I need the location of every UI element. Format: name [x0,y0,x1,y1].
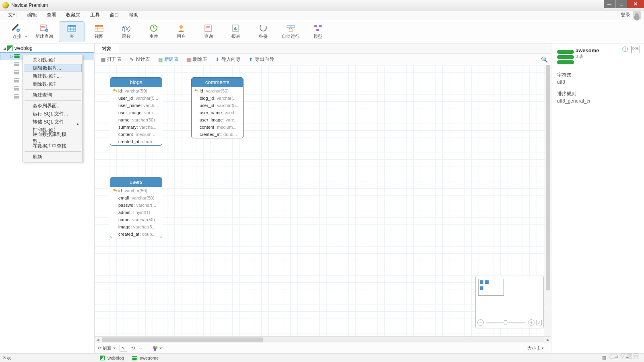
tool-view[interactable]: 视图 [86,21,112,42]
ddl-icon[interactable]: DDL [631,46,640,53]
details-panel: ⓘ DDL awesome 3 表 字符集: utf8 排序规则: utf8_g… [551,43,644,353]
expand-icon[interactable]: ▷ [9,54,13,58]
table-column[interactable]: user_id: varchar(5... [110,95,162,102]
tree-connection[interactable]: ◢ webblog [0,44,94,52]
table-header: blogs [110,78,162,87]
color-tool[interactable] [152,346,162,351]
login-link[interactable]: 登录 [621,12,630,19]
minimize-button[interactable]: — [604,0,615,8]
hand-tool[interactable]: ⟲ [131,346,135,351]
table-users[interactable]: users id: varchar(50)email: varchar(50)p… [110,177,162,238]
tool-user[interactable]: 用户 [168,21,194,42]
action-import[interactable]: ⬇导入向导 [212,55,243,64]
tool-query[interactable]: 查询 [196,21,221,42]
cursor-tool[interactable]: ↖ [120,345,127,352]
ctx-new-query[interactable]: 新建查询 [24,91,82,99]
ctx-find-in-db[interactable]: 在数据库中查找 [24,142,82,150]
collapse-icon[interactable]: ◢ [2,46,6,50]
search-icon[interactable]: 🔍 [541,56,548,63]
action-export[interactable]: ⬆导出向导 [246,55,277,64]
minimap-viewport[interactable] [478,279,504,296]
link-tool[interactable]: ∼ [139,346,142,351]
table-column[interactable]: content: medium... [192,123,243,131]
refresh-button[interactable]: ⟳ 刷新 [98,345,116,351]
vertical-scrollbar[interactable] [545,65,551,336]
table-column[interactable]: admin: tinyint(1) [110,209,162,216]
table-column[interactable]: passwd: varchar(... [110,202,162,209]
table-column[interactable]: id: varchar(50) [110,187,162,194]
diagram-canvas[interactable]: blogs id: varchar(50)user_id: varchar(5.… [95,65,551,336]
svg-rect-43 [198,90,198,92]
ctx-delete-db[interactable]: 删除数据库 [24,80,82,88]
action-new-table[interactable]: ▦新建表 [155,55,181,64]
ctx-run-sql[interactable]: 运行 SQL 文件... [24,110,82,118]
menu-tools[interactable]: 工具 [85,10,105,20]
svg-rect-14 [95,27,103,31]
database-large-icon [557,50,574,64]
tool-autorun[interactable]: 自动运行 [278,21,303,42]
zoom-in-button[interactable]: + [528,319,535,326]
table-column[interactable]: user_name: varch... [192,109,243,116]
minimap[interactable]: − + ⤢ [475,276,544,328]
ctx-refresh[interactable]: 刷新 [24,153,82,161]
menu-window[interactable]: 窗口 [105,10,124,20]
table-column[interactable]: user_name: varch... [110,102,162,109]
tool-func[interactable]: f(x)函数 [114,21,139,42]
maximize-button[interactable]: ▭ [615,0,627,8]
table-comments[interactable]: comments id: varchar(50)blog_id: varchar… [191,77,244,138]
table-column[interactable]: created_at: doub... [192,131,243,138]
action-design-table[interactable]: ✎设计表 [126,55,153,64]
info-icon[interactable]: ⓘ [622,46,628,53]
action-open-table[interactable]: ▦打开表 [98,55,124,64]
svg-text:+: + [17,29,19,32]
ctx-edit-db[interactable]: 编辑数据库... [24,64,82,72]
scroll-right-icon[interactable]: ▶ [545,338,551,342]
table-column[interactable]: name: varchar(50) [110,116,162,123]
menu-help[interactable]: 帮助 [124,10,143,20]
menu-edit[interactable]: 编辑 [23,10,42,20]
ctx-new-db[interactable]: 新建数据库... [24,72,82,80]
tool-connect[interactable]: +连接 [4,21,30,42]
tool-newquery[interactable]: +新建查询 [31,21,57,42]
key-icon [113,188,118,193]
tool-report[interactable]: 报表 [223,21,249,42]
table-column[interactable]: id: varchar(50) [110,87,162,95]
menu-file[interactable]: 文件 [3,10,23,20]
avatar-icon[interactable] [633,11,641,19]
table-column[interactable]: summary: varcha... [110,123,162,131]
table-column[interactable]: content: medium... [110,131,162,138]
zoom-slider[interactable] [486,322,526,323]
horizontal-scrollbar[interactable]: ◀ ▶ [95,336,551,343]
tool-backup[interactable]: 备份 [250,21,276,42]
tool-table[interactable]: 表 [59,21,85,42]
table-column[interactable]: id: varchar(50) [192,87,243,95]
table-column[interactable]: email: varchar(50) [110,194,162,202]
action-delete-table[interactable]: ▦删除表 [184,55,210,64]
table-column[interactable]: image: varchar(5... [110,223,162,230]
table-column[interactable]: user_image: varc... [110,109,162,116]
table-column[interactable]: user_id: varchar(5... [192,102,243,109]
view-grid-icon[interactable]: ▦ [602,355,606,360]
ctx-close-db[interactable]: 关闭数据库 [24,56,82,64]
ctx-dump-sql[interactable]: 转储 SQL 文件 [24,118,82,126]
table-column[interactable]: name: varchar(50) [110,216,162,223]
ctx-cmdline[interactable]: 命令列界面... [24,102,82,110]
ctx-reverse[interactable]: 逆向数据库到模型... [24,134,82,142]
tab-objects[interactable]: 对象 [95,44,119,53]
size-indicator[interactable]: 大小 1 [527,345,544,351]
zoom-out-button[interactable]: − [477,319,484,326]
close-button[interactable]: ✕ [627,0,644,8]
tool-model[interactable]: 模型 [305,21,331,42]
scroll-left-icon[interactable]: ◀ [95,338,101,342]
menu-favorites[interactable]: 收藏夹 [61,10,85,20]
key-icon [113,88,118,93]
table-column[interactable]: blog_id: varchar(... [192,95,243,102]
table-column[interactable]: created_at: doub... [110,230,162,238]
menu-view[interactable]: 查看 [42,10,61,20]
table-column[interactable]: created_at: doub... [110,138,162,145]
tool-event[interactable]: 事件 [141,21,167,42]
zoom-fit-button[interactable]: ⤢ [536,320,542,325]
table-blogs[interactable]: blogs id: varchar(50)user_id: varchar(5.… [110,77,162,146]
ctx-separator [25,151,81,152]
table-column[interactable]: user_image: varc... [192,116,243,123]
